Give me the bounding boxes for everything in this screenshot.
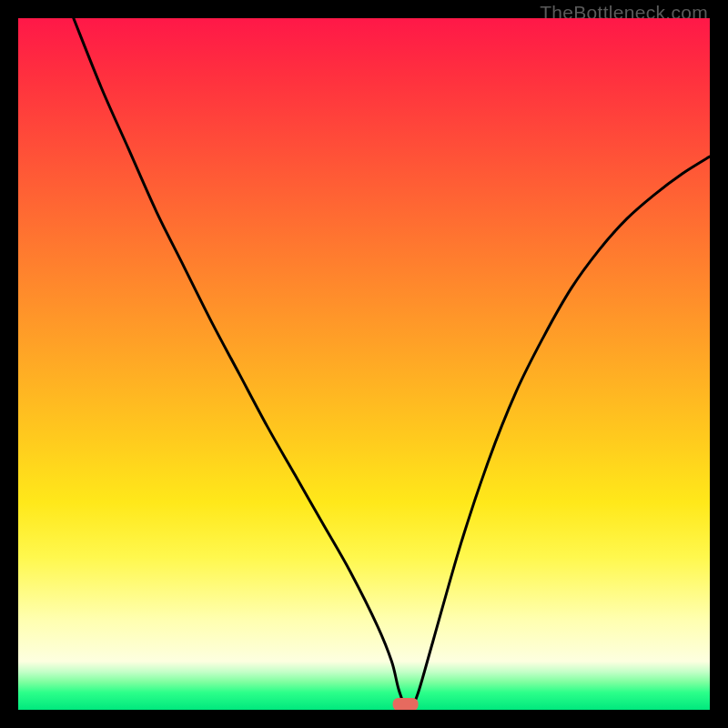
chart-container: TheBottleneck.com [0,0,728,728]
marker-rect [393,698,419,710]
bottleneck-curve-path [74,18,710,709]
plot-area [18,18,710,710]
chart-svg [18,18,710,710]
line-series-group [74,18,710,709]
marker-group [393,698,419,710]
